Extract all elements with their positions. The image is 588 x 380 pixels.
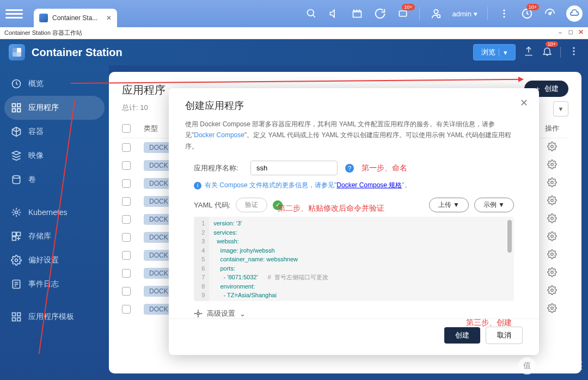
- gear-icon[interactable]: [547, 303, 557, 313]
- app-title: Container Station: [32, 46, 122, 59]
- backup-icon[interactable]: [373, 7, 387, 20]
- dashboard-icon[interactable]: [543, 7, 556, 20]
- yaml-editor[interactable]: 1234567891011121314 version: '3' service…: [194, 217, 514, 301]
- modal-description: 使用 Docker Compose 部署多容器应用程序，其利用 YAML 文件配…: [185, 119, 523, 152]
- svg-point-12: [573, 47, 574, 49]
- help-icon[interactable]: ?: [345, 164, 354, 173]
- row-checkbox[interactable]: [122, 197, 131, 206]
- svg-point-20: [13, 176, 20, 179]
- sidebar: 概览 应用程序 容器 映像 卷 Kubernetes 存储库 偏好设置 事件日志…: [0, 39, 109, 380]
- svg-rect-33: [17, 318, 21, 321]
- upload-icon[interactable]: [523, 46, 534, 59]
- menu-dots-icon[interactable]: [498, 7, 511, 20]
- svg-point-37: [551, 199, 554, 202]
- example-button[interactable]: 示例 ▼: [474, 198, 514, 212]
- search-icon[interactable]: [305, 7, 318, 20]
- docker-compose-link[interactable]: Docker Compose: [194, 131, 244, 139]
- app-tab-title: Container Sta...: [52, 14, 97, 22]
- gear-icon[interactable]: [547, 195, 557, 205]
- dropdown-button[interactable]: ▼: [553, 101, 568, 117]
- bell-icon[interactable]: 10+: [542, 46, 553, 59]
- upload-button[interactable]: 上传 ▼: [429, 198, 469, 212]
- gear-icon[interactable]: [547, 267, 557, 277]
- sidebar-item-volumes[interactable]: 卷: [0, 168, 109, 192]
- row-checkbox[interactable]: [122, 251, 131, 260]
- svg-point-44: [197, 312, 199, 315]
- scrollbar[interactable]: [507, 220, 512, 253]
- minimize-button[interactable]: －: [557, 28, 564, 38]
- gear-icon[interactable]: [547, 160, 557, 169]
- close-icon[interactable]: ✕: [106, 14, 112, 22]
- select-all-checkbox[interactable]: [122, 124, 131, 133]
- row-checkbox[interactable]: [122, 305, 131, 314]
- row-checkbox[interactable]: [122, 179, 131, 188]
- user-icon[interactable]: [430, 7, 443, 20]
- app-tab[interactable]: Container Sta... ✕: [34, 9, 117, 27]
- app-header: Container Station 浏览▾ 10+: [0, 39, 588, 65]
- svg-point-13: [573, 50, 574, 52]
- admin-label[interactable]: admin ▾: [452, 10, 477, 18]
- gear-icon[interactable]: [547, 249, 557, 259]
- info-icon: i: [194, 182, 201, 189]
- more-icon[interactable]: [568, 46, 579, 59]
- watermark: 值 什么值得买: [518, 357, 583, 375]
- sidebar-item-overview[interactable]: 概览: [0, 72, 109, 96]
- clock-badge: 10+: [526, 4, 539, 10]
- volume-icon[interactable]: [328, 7, 341, 20]
- bell-badge: 10+: [546, 41, 558, 47]
- app-logo-icon: [9, 44, 25, 60]
- clapper-icon[interactable]: [351, 7, 364, 20]
- validate-button[interactable]: 验证: [236, 198, 267, 212]
- modal-cancel-button[interactable]: 取消: [486, 327, 523, 344]
- row-checkbox[interactable]: [122, 215, 131, 224]
- sidebar-item-templates[interactable]: 应用程序模板: [0, 305, 109, 329]
- row-checkbox[interactable]: [122, 233, 131, 242]
- compose-spec-link[interactable]: Docker Compose 规格: [336, 181, 402, 189]
- gear-icon[interactable]: [547, 142, 557, 151]
- gear-icon[interactable]: [547, 285, 557, 295]
- svg-rect-22: [13, 232, 16, 236]
- window-title-bar: Container Station 容器工作站 － □ ✕: [0, 27, 588, 39]
- sidebar-item-kubernetes[interactable]: Kubernetes: [0, 200, 109, 224]
- svg-rect-3: [399, 11, 406, 16]
- close-icon[interactable]: ✕: [520, 97, 528, 109]
- sidebar-item-containers[interactable]: 容器: [0, 120, 109, 144]
- svg-rect-32: [13, 318, 16, 321]
- svg-point-36: [551, 181, 554, 184]
- gear-icon[interactable]: [547, 177, 557, 187]
- advanced-settings-toggle[interactable]: 高级设置 ⌄: [185, 301, 523, 318]
- close-button[interactable]: ✕: [578, 28, 584, 38]
- row-checkbox[interactable]: [122, 161, 131, 170]
- clock-icon[interactable]: 10+: [520, 7, 534, 20]
- sidebar-item-events[interactable]: 事件日志: [0, 272, 109, 296]
- step2-annotation: 第二步、粘贴修改后命令并验证: [278, 204, 384, 213]
- row-checkbox[interactable]: [122, 269, 131, 278]
- sidebar-item-apps[interactable]: 应用程序: [4, 96, 105, 120]
- sidebar-item-images[interactable]: 映像: [0, 144, 109, 168]
- gear-icon[interactable]: [547, 213, 557, 223]
- browse-button[interactable]: 浏览▾: [473, 44, 516, 60]
- svg-point-0: [307, 10, 314, 16]
- svg-rect-18: [13, 109, 16, 112]
- create-app-modal: 创建应用程序 ✕ 使用 Docker Compose 部署多容器应用程序，其利用…: [169, 88, 539, 355]
- notification-icon[interactable]: 10+: [396, 7, 409, 20]
- maximize-button[interactable]: □: [569, 28, 573, 38]
- hamburger-icon[interactable]: [5, 6, 23, 21]
- separator: [419, 7, 420, 20]
- chevron-down-icon: ⌄: [240, 310, 246, 318]
- svg-point-43: [551, 307, 554, 310]
- gear-icon[interactable]: [547, 231, 557, 241]
- row-checkbox[interactable]: [122, 287, 131, 296]
- yaml-label: YAML 代码:: [194, 200, 230, 210]
- window-title: Container Station 容器工作站: [4, 29, 82, 37]
- app-name-input[interactable]: [250, 161, 338, 175]
- svg-line-11: [550, 11, 552, 14]
- step3-annotation: 第三步、创建: [466, 318, 512, 328]
- svg-point-41: [551, 271, 554, 274]
- modal-create-button[interactable]: 创建: [444, 327, 480, 344]
- sidebar-item-preferences[interactable]: 偏好设置: [0, 248, 109, 272]
- modal-title: 创建应用程序: [185, 99, 523, 112]
- row-checkbox[interactable]: [122, 143, 131, 152]
- cloud-icon[interactable]: [566, 5, 583, 22]
- svg-point-21: [15, 211, 18, 214]
